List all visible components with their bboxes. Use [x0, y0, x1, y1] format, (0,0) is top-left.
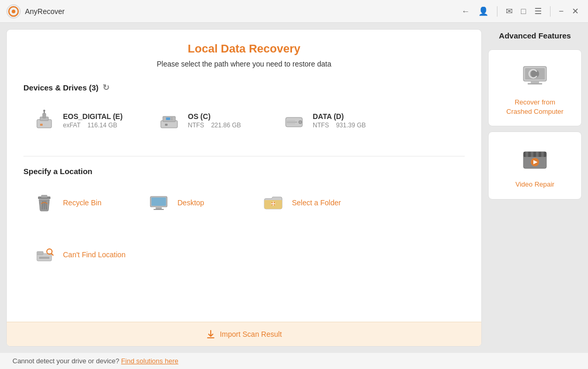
svg-rect-29 [154, 209, 164, 210]
svg-rect-12 [166, 117, 170, 120]
svg-rect-49 [531, 151, 533, 158]
drive-item-os[interactable]: OS (C) NTFS 221.86 GB [148, 102, 263, 139]
svg-rect-50 [536, 151, 539, 158]
svg-rect-22 [41, 195, 47, 197]
svg-rect-34 [39, 257, 49, 259]
crashed-computer-icon [518, 59, 552, 93]
svg-rect-28 [156, 207, 162, 209]
separator2 [550, 6, 551, 17]
svg-rect-14 [171, 119, 173, 120]
panel-content: Local Data Recovery Please select the pa… [7, 30, 481, 322]
app-logo [6, 4, 21, 19]
svg-point-17 [299, 121, 302, 124]
section-divider [23, 156, 465, 156]
drive-info-os: OS (C) NTFS 221.86 GB [188, 112, 241, 129]
drives-row: EOS_DIGITAL (E) exFAT 116.14 GB [23, 102, 465, 143]
svg-rect-35 [37, 252, 43, 255]
devices-section-title: Devices & Drives (3) ↻ [23, 83, 465, 93]
menu-icon[interactable]: ☰ [531, 4, 545, 18]
drive-item-eos[interactable]: EOS_DIGITAL (E) exFAT 116.14 GB [23, 102, 138, 139]
location-select-folder[interactable]: Select a Folder [252, 185, 356, 220]
location-name-cant-find: Can't Find Location [63, 251, 125, 259]
left-panel: Local Data Recovery Please select the pa… [6, 29, 482, 347]
folder-icon [261, 190, 286, 215]
location-section-title: Specify a Location [23, 167, 465, 176]
mail-icon[interactable]: ✉ [503, 4, 516, 18]
svg-rect-6 [43, 113, 46, 118]
locations-row: Recycle Bin Desktop [23, 185, 465, 225]
drive-icon-hdd [282, 108, 306, 133]
feature-label-crashed: Recover fromCrashed Computer [506, 98, 564, 116]
bottom-bar: Cannot detect your drive or device? Find… [0, 353, 588, 369]
feature-label-video: Video Repair [516, 180, 555, 189]
location-name-desktop: Desktop [177, 199, 204, 207]
drive-meta-data: NTFS 931.39 GB [313, 122, 366, 129]
panel-title: Local Data Recovery [23, 42, 465, 56]
share-icon[interactable]: ← [458, 5, 473, 18]
location-desktop[interactable]: Desktop [138, 185, 242, 220]
svg-rect-48 [526, 151, 528, 158]
svg-rect-15 [165, 124, 168, 126]
feature-card-crashed[interactable]: Recover fromCrashed Computer [488, 49, 582, 126]
drive-meta-eos: exFAT 116.14 GB [63, 122, 123, 129]
import-bar-label: Import Scan Result [220, 330, 282, 338]
import-icon [206, 330, 215, 339]
drive-name-os: OS (C) [188, 112, 241, 121]
locations-row2: Can't Find Location [23, 237, 465, 276]
svg-point-2 [12, 9, 16, 13]
app-name: AnyRecover [25, 7, 458, 16]
svg-rect-44 [528, 83, 542, 85]
close-button[interactable]: ✕ [569, 4, 582, 18]
video-repair-icon [518, 141, 552, 175]
svg-rect-27 [151, 197, 166, 206]
drive-info-data: DATA (D) NTFS 931.39 GB [313, 112, 366, 129]
import-bar[interactable]: Import Scan Result [7, 322, 481, 346]
minimize-button[interactable]: − [556, 5, 567, 18]
title-bar: AnyRecover ← 👤 ✉ □ ☰ − ✕ [0, 0, 588, 23]
location-name-recycle: Recycle Bin [63, 199, 101, 207]
location-name-folder: Select a Folder [292, 199, 341, 207]
title-bar-actions: ← 👤 ✉ □ ☰ − ✕ [458, 4, 582, 18]
cant-find-icon [32, 242, 57, 267]
refresh-icon[interactable]: ↻ [103, 83, 109, 93]
feature-card-video[interactable]: Video Repair [488, 131, 582, 199]
right-panel: Advanced Features Recover fromCrashed Co… [488, 29, 582, 347]
drive-name-data: DATA (D) [313, 112, 366, 121]
panel-subtitle: Please select the path where you need to… [23, 60, 465, 68]
advanced-features-title: Advanced Features [488, 29, 582, 42]
find-solutions-link[interactable]: Find solutions here [121, 357, 178, 365]
drive-name-eos: EOS_DIGITAL (E) [63, 112, 123, 121]
svg-rect-9 [40, 124, 43, 126]
drive-item-data[interactable]: DATA (D) NTFS 931.39 GB [273, 102, 388, 139]
svg-point-42 [531, 70, 539, 78]
drive-info-eos: EOS_DIGITAL (E) exFAT 116.14 GB [63, 112, 123, 129]
recycle-bin-icon [32, 190, 57, 215]
svg-rect-13 [171, 117, 173, 118]
desktop-icon [146, 190, 171, 215]
svg-point-8 [43, 110, 45, 112]
svg-rect-51 [541, 151, 544, 158]
drive-icon-system [157, 108, 182, 133]
drive-meta-os: NTFS 221.86 GB [188, 122, 241, 129]
drive-icon-usb [32, 108, 57, 133]
separator [497, 6, 497, 17]
chat-icon[interactable]: □ [518, 5, 529, 18]
location-cant-find[interactable]: Can't Find Location [23, 237, 134, 272]
main-layout: Local Data Recovery Please select the pa… [0, 23, 588, 353]
svg-rect-43 [531, 81, 539, 83]
user-icon[interactable]: 👤 [475, 4, 492, 18]
bottom-bar-text: Cannot detect your drive or device? [12, 357, 119, 365]
location-recycle-bin[interactable]: Recycle Bin [23, 185, 127, 220]
